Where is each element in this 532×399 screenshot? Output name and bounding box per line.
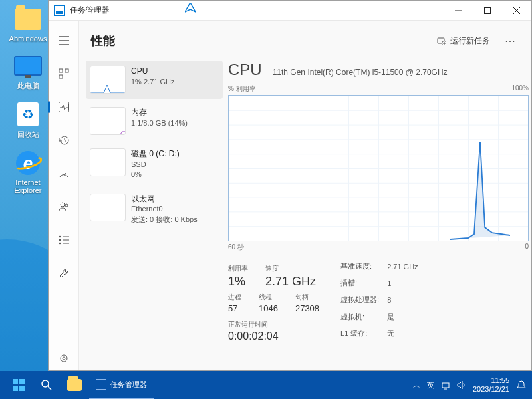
nav-services[interactable] [52,261,76,285]
resource-card-disk[interactable]: 磁盘 0 (C: D:) SSD 0% [86,143,223,186]
svg-rect-8 [65,69,68,72]
app-icon [54,5,65,16]
nav-app-history[interactable] [52,128,76,152]
stat-label: 线程 [259,293,278,302]
prop-label: 基准速度: [340,259,386,274]
detail-panel: CPU 11th Gen Intel(R) Core(TM) i5-11500 … [225,58,531,370]
more-button[interactable]: ⋯ [501,31,519,50]
nav-settings[interactable] [52,346,76,370]
svg-point-21 [61,355,67,362]
stat-value: 1046 [259,303,278,313]
explorer-button[interactable] [61,371,88,399]
svg-point-13 [61,203,65,207]
prop-label: L1 缓存: [340,326,386,341]
tray-chevron[interactable]: ︿ [413,380,420,390]
page-title: 性能 [91,33,430,49]
titlebar[interactable]: 任务管理器 [49,1,531,21]
network-icon[interactable] [441,380,450,390]
ie-icon [16,151,40,175]
desktop-icon-label: Abmindows [9,35,47,43]
close-icon [513,7,520,14]
run-new-task-button[interactable]: 运行新任务 [430,33,497,49]
task-manager-window: 任务管理器 性能 [48,0,532,371]
volume-icon[interactable] [457,380,466,390]
taskbar[interactable]: 任务管理器 ︿ 英 11:55 2023/12/21 [0,371,532,399]
run-new-task-label: 运行新任务 [450,35,490,47]
svg-rect-28 [13,379,18,384]
desktop-icon-label: 回收站 [17,130,39,140]
clock[interactable]: 11:55 2023/12/21 [473,376,509,394]
desktop-icon-this-pc[interactable]: 此电脑 [5,52,51,91]
svg-point-17 [59,239,60,241]
stat-label: 利用率 [228,264,248,273]
nav-startup[interactable] [52,162,76,186]
resource-card-memory[interactable]: 内存 1.1/8.0 GB (14%) [86,102,223,140]
desktop-icon-recycle-bin[interactable]: 回收站 [5,100,51,140]
stat-label: 进程 [228,293,241,302]
svg-rect-30 [13,386,18,391]
stat-value: 1% [228,275,248,289]
prop-value: 是 [387,309,424,325]
windows-icon [13,379,25,391]
resource-card-ethernet[interactable]: 以太网 Ethernet0 发送: 0 接收: 0 Kbps [86,188,223,231]
svg-rect-31 [19,386,25,391]
stat-value: 2.71 GHz [265,275,316,289]
start-button[interactable] [5,371,32,399]
search-icon [41,379,53,391]
svg-rect-34 [442,383,449,388]
stat-value: 27308 [295,303,319,313]
search-button[interactable] [33,371,60,399]
minimize-icon [455,7,462,14]
card-l2: 发送: 0 接收: 0 Kbps [131,215,198,225]
list-icon [59,235,69,245]
resource-card-cpu[interactable]: CPU 1% 2.71 GHz [86,61,223,99]
svg-point-14 [65,204,68,207]
taskbar-task-manager[interactable]: 任务管理器 [89,371,154,399]
svg-point-32 [42,380,49,387]
prop-value: 8 [387,292,424,307]
detail-title: CPU [228,61,262,79]
window-title: 任务管理器 [70,5,444,16]
maximize-button[interactable] [473,1,502,20]
nav-users[interactable] [52,195,76,219]
chart-x-left: 60 秒 [228,243,244,252]
close-button[interactable] [502,1,531,20]
desktop-icon-folder[interactable]: Abmindows [5,5,51,43]
stat-label: 速度 [265,264,316,273]
uptime-value: 0:00:02:04 [228,331,319,342]
prop-label: 虚拟机: [340,309,386,325]
cpu-chart: % 利用率 100% 60 秒 0 [228,84,529,252]
nav-performance[interactable] [52,95,76,119]
card-sub: 1.1/8.0 GB (14%) [131,118,188,128]
clock-date: 2023/12/21 [473,385,509,394]
folder-icon [15,9,41,30]
svg-rect-1 [485,7,491,13]
users-icon [59,201,69,212]
clock-time: 11:55 [473,376,509,385]
grid-icon [59,68,69,79]
folder-icon [67,379,82,391]
maximize-icon [484,7,491,14]
svg-line-33 [48,386,51,390]
gear-icon [59,353,69,364]
prop-label: 虚拟处理器: [340,292,386,307]
nav-hamburger[interactable] [52,29,76,53]
nav-processes[interactable] [52,62,76,86]
stat-value: 57 [228,303,241,313]
cursor-icon [185,3,196,13]
notifications-icon[interactable] [516,380,527,390]
pulse-icon [59,102,69,112]
card-title: 以太网 [131,194,198,205]
desktop-icon-internet-explorer[interactable]: Internet Explorer [5,149,51,194]
svg-rect-29 [19,379,25,384]
card-l2: 0% [131,170,180,180]
nav-details[interactable] [52,228,76,252]
ime-indicator[interactable]: 英 [427,380,434,390]
chart-y-label: % 利用率 [228,84,256,94]
minimize-button[interactable] [444,1,473,20]
card-title: 内存 [131,107,188,118]
desktop-icon-label: Internet Explorer [5,178,51,194]
recycle-icon [17,102,39,126]
svg-rect-9 [59,75,63,78]
svg-marker-27 [185,3,196,12]
